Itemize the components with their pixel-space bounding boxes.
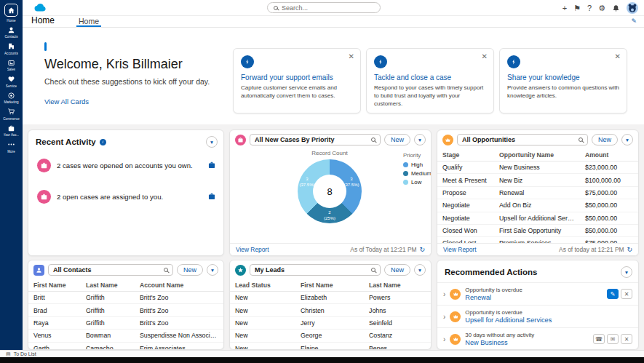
global-actions-icon[interactable]: + [562, 4, 567, 12]
cases-donut[interactable]: 3 (37.5%) 2 (25%) 3 (37.5%) 8 [298, 159, 362, 223]
close-icon[interactable]: ✕ [482, 52, 488, 60]
sidebar-item-your-account[interactable]: Your Acc... [0, 124, 23, 137]
account-link[interactable]: Erim Associates [135, 342, 224, 350]
table-row[interactable]: Closed WonFirst Sale Opportunity$50,000.… [437, 224, 639, 236]
lead-link[interactable]: Elizabeth [295, 292, 364, 304]
opportunity-link[interactable]: Renewal [494, 186, 580, 199]
column-header[interactable]: First Name [28, 279, 81, 292]
lead-link[interactable]: Jerry [295, 316, 364, 329]
call-button[interactable]: ☎ [593, 334, 605, 344]
table-row[interactable]: NewGeorgeCostanz [230, 330, 432, 342]
chevron-down-icon[interactable]: ▼ [207, 264, 218, 276]
search-input[interactable] [282, 4, 374, 12]
lead-link[interactable]: Johns [364, 304, 432, 316]
notifications-bell-icon[interactable] [612, 4, 620, 12]
dismiss-button[interactable]: ✕ [621, 289, 632, 299]
listview-selector[interactable]: All Opportunities [457, 134, 588, 145]
edit-nav-pencil-icon[interactable]: ✎ [631, 17, 637, 25]
new-button[interactable]: New [592, 134, 618, 145]
view-report-link[interactable]: View Report [443, 246, 476, 253]
column-header[interactable]: Opportunity Name [494, 149, 580, 161]
column-header[interactable]: Account Name [135, 279, 224, 292]
contact-link[interactable]: Venus [28, 330, 81, 342]
chevron-down-icon[interactable]: ▼ [414, 264, 426, 276]
table-row[interactable]: RayaGriffithBritt's Zoo [28, 316, 224, 329]
view-all-cards-link[interactable]: View All Cards [44, 97, 89, 105]
new-button[interactable]: New [384, 134, 410, 145]
new-button[interactable]: New [384, 264, 410, 276]
table-row[interactable]: QualifyNew Business$23,000.00 [437, 161, 639, 174]
contact-link[interactable]: Brad [28, 304, 81, 316]
refresh-icon[interactable]: ↻ [627, 246, 632, 253]
action-record-link[interactable]: Renewal [465, 294, 603, 301]
suggestion-title[interactable]: Share your knowledge [507, 73, 619, 81]
search-icon[interactable] [371, 137, 375, 142]
column-header[interactable]: Stage [437, 149, 494, 161]
activity-item[interactable]: 2 open cases are assigned to you. [28, 183, 223, 210]
search-icon[interactable] [164, 268, 168, 272]
account-link[interactable]: Suspendisse Non Associates [135, 330, 224, 342]
dismiss-button[interactable]: ✕ [621, 334, 632, 344]
info-icon[interactable]: i [100, 139, 106, 145]
view-report-link[interactable]: View Report [236, 246, 269, 253]
listview-selector[interactable]: All New Cases By Priority [250, 134, 381, 145]
table-row[interactable]: BrittGriffithBritt's Zoo [28, 292, 224, 304]
close-icon[interactable]: ✕ [615, 52, 621, 60]
sidebar-item-commerce[interactable]: Commerce [0, 108, 23, 121]
suggestion-title[interactable]: Tackle and close a case [374, 73, 486, 81]
activity-item[interactable]: 2 cases were opened on accounts you own. [28, 152, 223, 179]
chevron-down-icon[interactable]: ▼ [414, 134, 426, 145]
table-row[interactable]: NegotiateAdd On Biz$50,000.00 [437, 199, 639, 212]
refresh-icon[interactable]: ↻ [419, 246, 425, 253]
setup-gear-icon[interactable]: ⚙ [598, 4, 605, 12]
tab-home[interactable]: Home [76, 17, 101, 27]
account-link[interactable]: Britt's Zoo [135, 316, 224, 329]
column-header[interactable]: First Name [295, 279, 364, 292]
table-row[interactable]: NewJerrySeinfeld [230, 316, 432, 329]
sidebar-item-contacts[interactable]: Contacts [0, 26, 23, 39]
lead-link[interactable]: Elaine [295, 342, 364, 350]
action-record-link[interactable]: Upsell for Additional Services [465, 316, 632, 324]
lead-link[interactable]: Christen [295, 304, 364, 316]
table-row[interactable]: BradGriffithBritt's Zoo [28, 304, 224, 316]
expand-chevron-icon[interactable]: › [443, 313, 445, 321]
case-list-icon[interactable] [207, 191, 216, 204]
opportunity-link[interactable]: New Biz [494, 174, 580, 186]
lead-link[interactable]: Seinfeld [364, 316, 432, 329]
sidebar-item-home[interactable]: Home [0, 4, 23, 23]
legend-entry[interactable]: High [403, 161, 432, 168]
user-avatar[interactable] [627, 2, 638, 14]
listview-selector[interactable]: All Contacts [48, 264, 173, 276]
lead-link[interactable]: Costanz [364, 330, 432, 342]
sidebar-item-accounts[interactable]: Accounts [0, 42, 23, 55]
listview-selector[interactable]: My Leads [250, 264, 381, 276]
search-icon[interactable] [579, 137, 583, 142]
account-link[interactable]: Britt's Zoo [135, 292, 224, 304]
card-menu-button[interactable]: ▼ [621, 266, 632, 278]
card-menu-button[interactable]: ▼ [206, 136, 218, 148]
chevron-down-icon[interactable]: ▼ [621, 134, 633, 145]
table-row[interactable]: VenusBowmanSuspendisse Non Associates [28, 330, 224, 342]
table-row[interactable]: NewChristenJohns [230, 304, 432, 316]
column-header[interactable]: Lead Status [230, 279, 295, 292]
todo-list-button[interactable]: To Do List [14, 351, 36, 356]
contact-link[interactable]: Garth [28, 342, 81, 350]
table-row[interactable]: NegotiateUpsell for Additional Services$… [437, 212, 639, 224]
column-header[interactable]: Last Name [364, 279, 432, 292]
contact-link[interactable]: Britt [28, 292, 81, 304]
column-header[interactable]: Last Name [81, 279, 135, 292]
lead-link[interactable]: Powers [364, 292, 432, 304]
sidebar-item-sales[interactable]: Sales [0, 59, 23, 72]
opportunity-link[interactable]: First Sale Opportunity [494, 224, 580, 236]
opportunity-link[interactable]: Add On Biz [494, 199, 580, 212]
account-link[interactable]: Britt's Zoo [135, 304, 224, 316]
lead-link[interactable]: George [295, 330, 364, 342]
expand-chevron-icon[interactable]: › [443, 290, 445, 298]
contact-link[interactable]: Raya [28, 316, 81, 329]
lead-link[interactable]: Benes [364, 342, 432, 350]
email-button[interactable]: ✉ [607, 334, 619, 344]
table-row[interactable]: NewElaineBenes [230, 342, 432, 350]
table-row[interactable]: ProposeRenewal$75,000.00 [437, 186, 639, 199]
legend-entry[interactable]: Low [403, 179, 432, 186]
help-icon[interactable]: ? [587, 4, 592, 12]
